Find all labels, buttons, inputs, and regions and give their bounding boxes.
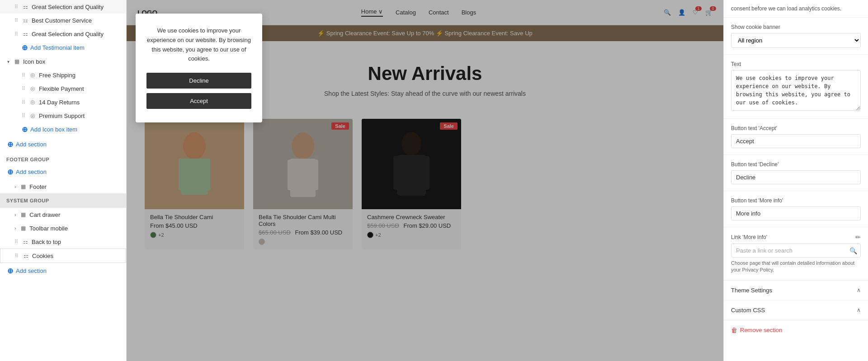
chevron-right-icon[interactable]: ›: [14, 212, 16, 217]
sidebar-item-label: Premium Support: [39, 113, 121, 119]
product-card-2[interactable]: Sale Bella Tie Shoulder Cami Multi Color…: [253, 119, 353, 249]
add-section-button-2[interactable]: ⊕ Add section: [0, 164, 126, 180]
sidebar-item-label: Free Shipping: [39, 72, 121, 79]
search-icon[interactable]: 🔍: [664, 9, 671, 16]
theme-settings-header[interactable]: Theme Settings ∧: [724, 281, 868, 300]
grid-icon: ⚏: [22, 3, 29, 10]
color-extra: +2: [375, 232, 381, 238]
announcement-text: ⚡ Spring Clearance Event: Save Up to 70%…: [317, 30, 533, 37]
sale-badge-3: Sale: [440, 122, 458, 130]
products-grid: Bella Tie Shoulder Cami From $45.00 USD …: [127, 108, 723, 260]
sidebar-item-label: Back to top: [32, 239, 121, 245]
add-section-button-1[interactable]: ⊕ Add section: [0, 136, 126, 152]
svg-rect-12: [397, 155, 426, 196]
circle-icon: ◎: [29, 98, 36, 106]
cart-icon[interactable]: 🛒0: [705, 9, 712, 16]
sidebar-item-label: Best Customer Service: [32, 17, 121, 24]
btn-more-info-input[interactable]: [731, 206, 861, 220]
sidebar-item-label: Toolbar mobile: [29, 225, 121, 232]
sidebar-item-cookies[interactable]: ⠿ ⚏ Cookies: [0, 248, 126, 263]
grid-icon: ⚏: [22, 252, 29, 259]
chevron-right-icon[interactable]: ›: [14, 226, 16, 231]
drag-handle-icon: ⠿: [14, 18, 18, 23]
product-card-3[interactable]: Sale Cashmere Crewneck Sweater $59.00: [362, 119, 461, 249]
sidebar-item-14-day-returns[interactable]: ⠿ ◎ 14 Day Returns: [0, 95, 126, 109]
add-icon-box-label: Add Icon box item: [30, 126, 77, 133]
sidebar-item-label: Great Selection and Quality: [32, 4, 121, 10]
sidebar-item-icon-box[interactable]: ▾ ▦ Icon box: [0, 55, 126, 68]
product-info-3: Cashmere Crewneck Sweater $59.00 USD Fro…: [362, 209, 461, 243]
account-icon[interactable]: 👤: [678, 9, 685, 16]
sidebar-item-label: 14 Day Returns: [39, 99, 121, 106]
product-price-3: $59.00 USD From $29.00 USD: [367, 222, 456, 229]
sidebar-item-label: Great Selection and Quality: [32, 31, 121, 38]
grid-icon: ⚏: [22, 17, 29, 24]
nav-link-blogs[interactable]: Blogs: [462, 9, 476, 16]
nav-link-home[interactable]: Home ∨: [361, 8, 383, 17]
color-dots-3: +2: [367, 232, 456, 238]
trash-icon: 🗑: [731, 327, 737, 334]
grid-icon: ⚏: [22, 30, 29, 38]
cookie-decline-button[interactable]: Decline: [146, 73, 251, 89]
product-name-3: Cashmere Crewneck Sweater: [367, 214, 456, 220]
btn-more-info-section: Button text 'More info': [724, 191, 868, 227]
sidebar-item-free-shipping[interactable]: ⠿ ◎ Free Shipping: [0, 68, 126, 82]
btn-decline-input[interactable]: [731, 170, 861, 184]
sidebar-item-toolbar-mobile[interactable]: › ▦ Toolbar mobile: [0, 221, 126, 235]
svg-rect-7: [290, 159, 316, 197]
cookie-text-textarea[interactable]: We use cookies to improve your experienc…: [731, 70, 861, 111]
remove-section-label: Remove section: [740, 327, 782, 333]
drag-handle-icon: ⠿: [15, 253, 19, 259]
remove-section-button[interactable]: 🗑 Remove section: [724, 320, 868, 340]
svg-point-11: [401, 132, 421, 155]
product-info-2: Bella Tie Shoulder Cami Multi Colors $65…: [253, 209, 353, 249]
nav-link-contact[interactable]: Contact: [429, 9, 449, 16]
add-icon-box-item[interactable]: ⊕ Add Icon box item: [0, 122, 126, 136]
add-section-button-3[interactable]: ⊕ Add section: [0, 263, 126, 279]
cookie-accept-button[interactable]: Accept: [146, 93, 251, 109]
link-more-info-input[interactable]: [731, 244, 861, 258]
add-testimonial-item[interactable]: ⊕ Add Testimonial item: [0, 41, 126, 55]
circle-icon: ◎: [29, 71, 36, 79]
custom-css-header[interactable]: Custom CSS ∧: [724, 300, 868, 320]
theme-settings-title: Theme Settings: [731, 287, 772, 294]
grid-icon: ▦: [19, 211, 27, 218]
chevron-down-icon[interactable]: ▾: [7, 59, 9, 64]
plus-icon: ⊕: [7, 140, 13, 149]
product-card-1[interactable]: Bella Tie Shoulder Cami From $45.00 USD …: [145, 119, 244, 249]
sidebar-item-footer[interactable]: › ▦ Footer: [0, 180, 126, 193]
sidebar-item-best-customer[interactable]: ⠿ ⚏ Best Customer Service: [0, 14, 126, 27]
nav-icons: 🔍 👤 ♡1 🛒0: [664, 9, 712, 16]
new-price: From $29.00 USD: [403, 222, 451, 229]
right-panel-top-content: consent before we can load analytics coo…: [731, 5, 841, 12]
plus-icon: ⊕: [7, 267, 13, 275]
sidebar-item-flexible-payment[interactable]: ⠿ ◎ Flexible Payment: [0, 82, 126, 95]
cookie-text: We use cookies to improve your experienc…: [146, 26, 251, 64]
link-edit-icon[interactable]: ✏: [855, 234, 861, 241]
grid-icon: ⚏: [22, 238, 29, 245]
product-price-2: $65.00 USD From $39.00 USD: [259, 229, 347, 236]
sidebar-item-great-selection-2[interactable]: ⠿ ⚏ Great Selection and Quality: [0, 27, 126, 41]
wishlist-icon[interactable]: ♡1: [693, 9, 698, 16]
nav-link-catalog[interactable]: Catalog: [396, 9, 416, 16]
sidebar-item-cart-drawer[interactable]: › ▦ Cart drawer: [0, 208, 126, 221]
sidebar-item-great-selection-1[interactable]: ⠿ ⚏ Great Selection and Quality: [0, 0, 126, 14]
plus-icon: ⊕: [22, 125, 28, 134]
sidebar-item-label: Flexible Payment: [39, 85, 121, 92]
chevron-right-icon[interactable]: ›: [14, 184, 16, 189]
btn-accept-input[interactable]: [731, 134, 861, 148]
show-cookie-banner-label: Show cookie banner: [731, 24, 861, 30]
color-dot[interactable]: [367, 232, 373, 238]
footer-group-label: Footer Group: [0, 152, 126, 164]
color-dot[interactable]: [259, 239, 265, 245]
color-dots-1: +2: [150, 232, 239, 238]
svg-point-1: [183, 132, 206, 159]
sidebar-item-label: Cart drawer: [29, 211, 121, 218]
sidebar-item-back-to-top[interactable]: ⠿ ⚏ Back to top: [0, 235, 126, 248]
color-dots-2: [259, 239, 347, 245]
btn-decline-label: Button text 'Decline': [731, 161, 861, 168]
color-dot[interactable]: [150, 232, 156, 238]
circle-icon: ◎: [29, 85, 36, 92]
region-select[interactable]: All region: [731, 33, 861, 48]
sidebar-item-premium-support[interactable]: ⠿ ◎ Premium Support: [0, 109, 126, 122]
